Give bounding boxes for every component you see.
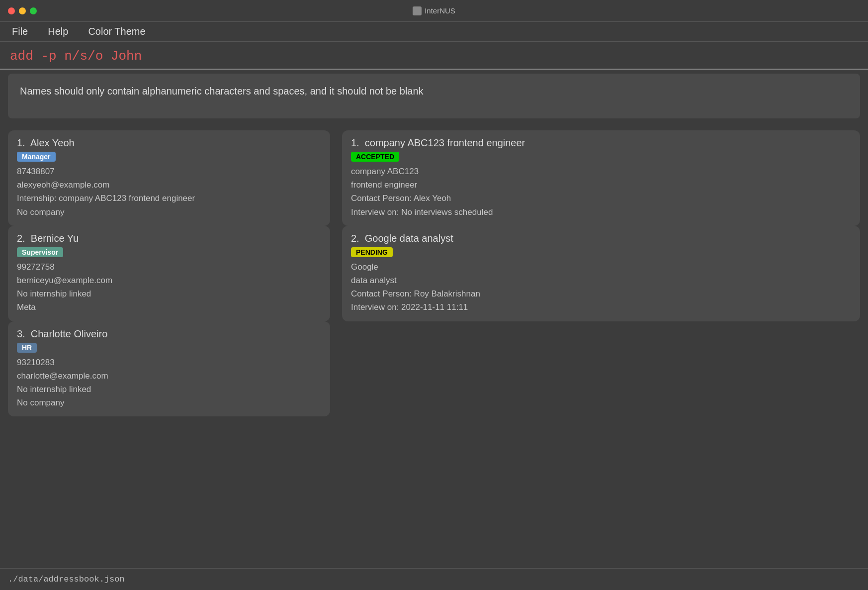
person-role-badge: Manager	[17, 152, 56, 162]
persons-list: 1. Alex Yeoh Manager 87438807 alexyeoh@e…	[8, 130, 330, 416]
command-input[interactable]	[10, 49, 858, 64]
person-company: Meta	[17, 300, 321, 314]
internship-interview: Interview on: No interviews scheduled	[351, 205, 851, 219]
title-bar: InterNUS	[0, 0, 868, 22]
menu-help[interactable]: Help	[44, 24, 72, 39]
internship-company: company ABC123	[351, 165, 851, 178]
person-card[interactable]: 2. Bernice Yu Supervisor 99272758 bernic…	[8, 226, 330, 321]
close-button[interactable]	[8, 7, 15, 14]
internship-card[interactable]: 1. company ABC123 frontend engineer ACCE…	[342, 130, 860, 226]
person-card[interactable]: 3. Charlotte Oliveiro HR 93210283 charlo…	[8, 321, 330, 417]
app-icon	[413, 6, 422, 15]
person-company: No company	[17, 205, 321, 219]
person-role-badge: Supervisor	[17, 247, 63, 257]
internship-card[interactable]: 2. Google data analyst PENDING Google da…	[342, 226, 860, 321]
person-internship: No internship linked	[17, 383, 321, 396]
person-email: alexyeoh@example.com	[17, 178, 321, 192]
person-index: 1.	[17, 137, 30, 148]
error-box: Names should only contain alphanumeric c…	[8, 74, 860, 118]
internship-role: data analyst	[351, 274, 851, 287]
main-content: 1. Alex Yeoh Manager 87438807 alexyeoh@e…	[0, 122, 868, 559]
person-index: 2.	[17, 233, 31, 244]
menu-bar: File Help Color Theme	[0, 22, 868, 42]
internship-contact: Contact Person: Roy Balakrishnan	[351, 287, 851, 300]
person-email: berniceyu@example.com	[17, 274, 321, 287]
internship-contact: Contact Person: Alex Yeoh	[351, 192, 851, 205]
person-name: 2. Bernice Yu	[17, 233, 321, 244]
menu-color-theme[interactable]: Color Theme	[84, 24, 149, 39]
person-phone: 99272758	[17, 260, 321, 274]
command-bar	[0, 42, 868, 70]
minimize-button[interactable]	[19, 7, 26, 14]
person-internship: No internship linked	[17, 287, 321, 300]
internship-index: 2.	[351, 233, 365, 244]
internships-list: 1. company ABC123 frontend engineer ACCE…	[342, 130, 860, 321]
traffic-lights	[8, 7, 37, 14]
window-title: InterNUS	[413, 6, 455, 15]
person-company: No company	[17, 396, 321, 409]
menu-file[interactable]: File	[8, 24, 32, 39]
status-bar: ./data/addressbook.json	[0, 568, 868, 590]
internship-status-badge: PENDING	[351, 247, 393, 257]
internship-role: frontend engineer	[351, 178, 851, 192]
person-email: charlotte@example.com	[17, 369, 321, 383]
person-card[interactable]: 1. Alex Yeoh Manager 87438807 alexyeoh@e…	[8, 130, 330, 226]
persons-panel: 1. Alex Yeoh Manager 87438807 alexyeoh@e…	[8, 130, 336, 559]
internship-index: 1.	[351, 137, 365, 148]
status-path: ./data/addressbook.json	[8, 575, 125, 584]
internship-title: 2. Google data analyst	[351, 233, 851, 244]
person-role-badge: HR	[17, 343, 37, 353]
error-message: Names should only contain alphanumeric c…	[20, 84, 424, 98]
person-phone: 93210283	[17, 356, 321, 369]
internship-interview: Interview on: 2022-11-11 11:11	[351, 300, 851, 314]
person-name: 3. Charlotte Oliveiro	[17, 328, 321, 340]
maximize-button[interactable]	[30, 7, 37, 14]
person-index: 3.	[17, 328, 31, 339]
panel-divider	[336, 130, 340, 559]
internship-company: Google	[351, 260, 851, 274]
person-internship: Internship: company ABC123 frontend engi…	[17, 192, 321, 205]
internship-title: 1. company ABC123 frontend engineer	[351, 137, 851, 149]
person-phone: 87438807	[17, 165, 321, 178]
internship-status-badge: ACCEPTED	[351, 152, 399, 162]
person-name: 1. Alex Yeoh	[17, 137, 321, 149]
internships-panel: 1. company ABC123 frontend engineer ACCE…	[340, 130, 860, 559]
